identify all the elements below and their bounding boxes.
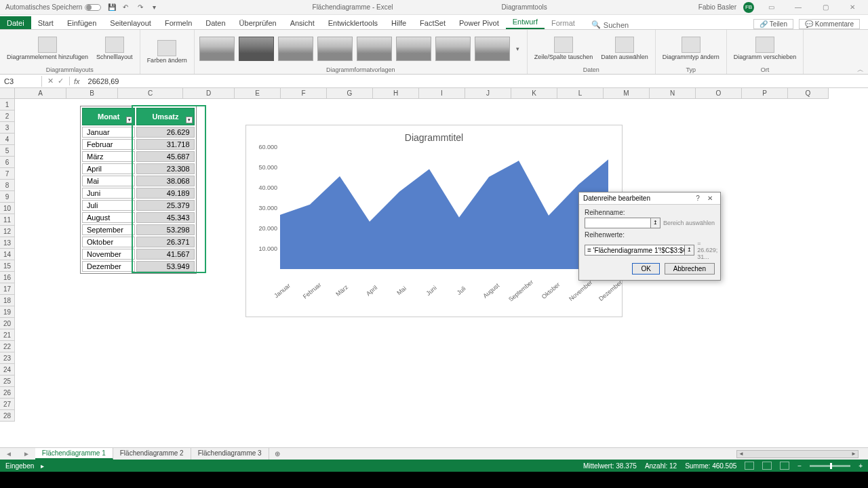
column-header[interactable]: C <box>118 88 183 99</box>
table-cell[interactable]: 26.629 <box>136 127 194 138</box>
chart-style-thumb[interactable] <box>239 37 274 61</box>
minimize-icon[interactable]: — <box>788 2 808 13</box>
table-cell[interactable]: Mai <box>82 176 135 186</box>
chart-style-thumb[interactable] <box>435 37 471 61</box>
row-header[interactable]: 19 <box>0 306 15 318</box>
row-header[interactable]: 14 <box>0 249 15 260</box>
row-header[interactable]: 16 <box>0 272 15 283</box>
column-header[interactable]: F <box>281 88 327 99</box>
table-cell[interactable]: 41.567 <box>136 249 194 260</box>
sheet-tab[interactable]: Flächendiagramme 1 <box>35 448 113 460</box>
redo-icon[interactable]: ↷ <box>138 3 146 12</box>
chart-title[interactable]: Diagrammtitel <box>256 132 612 143</box>
spreadsheet-grid[interactable]: ABCDEFGHIJKLMNOPQ 1234567891011121314151… <box>0 88 868 447</box>
select-data-button[interactable]: Daten auswählen <box>598 35 651 62</box>
table-cell[interactable]: November <box>82 249 135 260</box>
dialog-close-icon[interactable]: ✕ <box>704 195 716 202</box>
add-sheet-icon[interactable]: ⊕ <box>269 450 285 458</box>
table-cell[interactable]: April <box>82 163 135 174</box>
row-header[interactable]: 2 <box>0 110 15 122</box>
view-page-layout-icon[interactable] <box>762 462 772 470</box>
table-cell[interactable]: Februar <box>82 139 135 150</box>
row-header[interactable]: 4 <box>0 134 15 145</box>
tab-hilfe[interactable]: Hilfe <box>384 16 413 29</box>
close-icon[interactable]: ✕ <box>842 2 863 13</box>
qat-dropdown-icon[interactable]: ▾ <box>153 3 161 12</box>
column-header[interactable]: L <box>557 88 604 99</box>
column-header[interactable]: J <box>465 88 511 99</box>
table-cell[interactable]: 45.343 <box>136 212 194 223</box>
table-cell[interactable]: Juli <box>82 200 135 211</box>
view-normal-icon[interactable] <box>745 462 754 470</box>
chart-object[interactable]: Diagrammtitel 10.00020.00030.00040.00050… <box>245 125 623 317</box>
table-cell[interactable]: März <box>82 151 135 162</box>
column-header[interactable]: Q <box>788 88 829 99</box>
table-header[interactable]: Monat▾ <box>82 108 135 125</box>
chart-style-thumb[interactable] <box>278 37 313 61</box>
horizontal-scrollbar[interactable] <box>736 450 859 458</box>
zoom-out-icon[interactable]: − <box>797 462 802 470</box>
table-cell[interactable]: 53.298 <box>136 224 194 235</box>
range-picker-icon[interactable]: ↥ <box>650 218 660 228</box>
tab-überprüfen[interactable]: Überprüfen <box>233 16 283 29</box>
column-header[interactable]: O <box>696 88 742 99</box>
row-header[interactable]: 28 <box>0 410 15 422</box>
filter-icon[interactable]: ▾ <box>126 117 133 123</box>
select-all-corner[interactable] <box>0 88 15 99</box>
column-header[interactable]: B <box>66 88 118 99</box>
row-header[interactable]: 6 <box>0 157 15 168</box>
sheet-nav-next-icon[interactable]: ► <box>18 450 35 458</box>
table-cell[interactable]: 38.068 <box>136 176 194 186</box>
column-header[interactable]: G <box>327 88 373 99</box>
view-page-break-icon[interactable] <box>780 462 789 470</box>
row-header[interactable]: 13 <box>0 237 15 249</box>
row-header[interactable]: 11 <box>0 214 15 226</box>
search-box[interactable]: 🔍 Suchen <box>591 20 629 29</box>
chart-style-thumb[interactable] <box>396 37 431 61</box>
table-cell[interactable]: August <box>82 212 135 223</box>
column-header[interactable]: E <box>235 88 281 99</box>
tab-power pivot[interactable]: Power Pivot <box>452 16 506 29</box>
chart-style-thumb[interactable] <box>475 37 510 61</box>
chart-style-thumb[interactable] <box>317 37 353 61</box>
row-header[interactable]: 22 <box>0 341 15 352</box>
sheet-nav-prev-icon[interactable]: ◄ <box>0 450 18 458</box>
chart-style-thumb[interactable] <box>357 37 392 61</box>
range-picker-icon[interactable]: ↥ <box>684 245 694 255</box>
column-header[interactable]: M <box>604 88 650 99</box>
column-header[interactable]: H <box>373 88 419 99</box>
table-cell[interactable]: Oktober <box>82 237 135 247</box>
row-header[interactable]: 3 <box>0 122 15 134</box>
tab-factset[interactable]: FactSet <box>413 16 452 29</box>
table-cell[interactable]: Januar <box>82 127 135 138</box>
table-cell[interactable]: 26.371 <box>136 237 194 247</box>
undo-icon[interactable]: ↶ <box>123 3 131 12</box>
tab-entwurf[interactable]: Entwurf <box>506 15 545 29</box>
row-header[interactable]: 20 <box>0 318 15 329</box>
series-name-input[interactable]: ↥ <box>585 218 660 228</box>
tab-daten[interactable]: Daten <box>199 16 232 29</box>
tab-einfügen[interactable]: Einfügen <box>60 16 103 29</box>
tab-entwicklertools[interactable]: Entwicklertools <box>321 16 384 29</box>
table-cell[interactable]: 31.718 <box>136 139 194 150</box>
change-colors-button[interactable]: Farben ändern <box>144 39 190 66</box>
tab-format[interactable]: Format <box>545 16 582 29</box>
enter-formula-icon[interactable]: ✓ <box>58 77 64 85</box>
formula-input[interactable]: 26628,69 <box>84 76 868 87</box>
ok-button[interactable]: OK <box>632 263 659 274</box>
zoom-in-icon[interactable]: + <box>859 462 863 470</box>
quick-layout-button[interactable]: Schnelllayout <box>94 35 136 62</box>
row-header[interactable]: 25 <box>0 375 15 387</box>
ribbon-display-icon[interactable]: ▭ <box>761 2 781 13</box>
column-header[interactable]: K <box>511 88 557 99</box>
switch-row-col-button[interactable]: Zeile/Spalte tauschen <box>532 35 596 62</box>
add-chart-element-button[interactable]: Diagrammelement hinzufügen <box>4 35 91 62</box>
row-header[interactable]: 1 <box>0 99 15 110</box>
filter-icon[interactable]: ▾ <box>186 117 193 123</box>
row-header[interactable]: 26 <box>0 387 15 399</box>
move-chart-button[interactable]: Diagramm verschieben <box>731 35 800 62</box>
table-header[interactable]: Umsatz▾ <box>136 108 194 125</box>
column-header[interactable]: A <box>15 88 66 99</box>
table-cell[interactable]: 45.687 <box>136 151 194 162</box>
table-cell[interactable]: Juni <box>82 188 135 199</box>
